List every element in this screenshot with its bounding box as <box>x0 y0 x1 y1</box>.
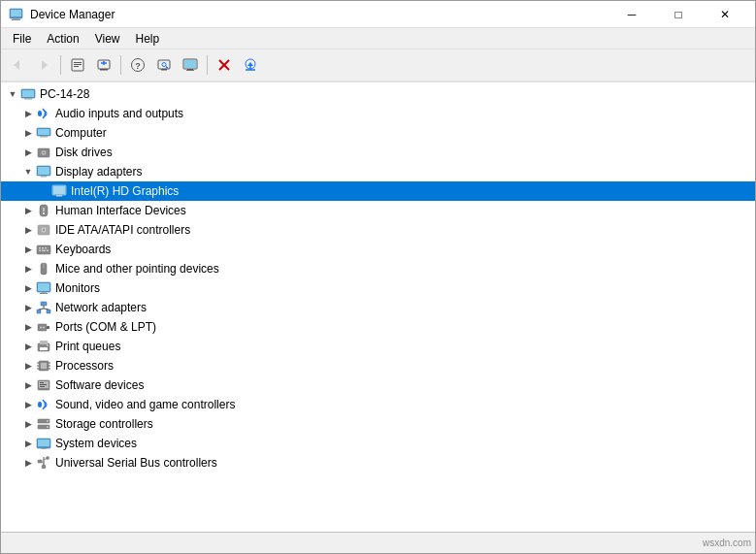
system-expander[interactable]: ▶ <box>20 436 36 451</box>
tree-keyboard[interactable]: ▶ Keyboards <box>1 240 755 259</box>
properties-button[interactable] <box>65 52 90 78</box>
display-expander[interactable]: ▼ <box>20 164 36 179</box>
tree-hid[interactable]: ▶ Human Interface Devices <box>1 201 755 220</box>
mice-expander[interactable]: ▶ <box>20 261 36 277</box>
svg-point-51 <box>43 229 45 231</box>
tree-network[interactable]: ▶ Network adapters <box>1 298 755 317</box>
update-driver-button[interactable] <box>91 52 116 78</box>
menu-help[interactable]: Help <box>128 30 168 48</box>
svg-rect-17 <box>161 69 167 71</box>
watermark: wsxdn.com <box>703 538 751 548</box>
intelhd-icon <box>51 183 67 199</box>
ports-expander[interactable]: ▶ <box>20 319 36 335</box>
svg-rect-7 <box>74 62 82 63</box>
close-button[interactable]: ✕ <box>703 1 747 28</box>
svg-point-39 <box>43 152 45 154</box>
scan-button[interactable] <box>151 52 177 78</box>
tree-mice[interactable]: ▶ Mice and other pointing devices <box>1 259 755 278</box>
menu-file[interactable]: File <box>5 30 39 48</box>
svg-rect-54 <box>42 247 44 249</box>
mice-icon <box>36 261 51 277</box>
svg-rect-64 <box>41 302 47 306</box>
hid-icon <box>36 203 51 218</box>
root-expander[interactable]: ▼ <box>5 86 20 102</box>
svg-rect-42 <box>41 176 47 178</box>
ide-expander[interactable]: ▶ <box>20 222 36 238</box>
menu-action[interactable]: Action <box>39 30 86 48</box>
tree-audio[interactable]: ▶ Audio inputs and outputs <box>1 104 755 123</box>
menu-view[interactable]: View <box>87 30 128 48</box>
sound-expander[interactable]: ▶ <box>20 397 36 412</box>
tree-software[interactable]: ▶ Software devices <box>1 375 755 395</box>
svg-rect-79 <box>41 363 47 369</box>
svg-rect-21 <box>184 60 196 68</box>
audio-icon <box>36 106 51 121</box>
forward-button[interactable] <box>31 52 56 78</box>
tree-root[interactable]: ▼ PC-14-28 <box>1 84 755 104</box>
tree-ports[interactable]: ▶ Ports (COM & LPT) <box>1 317 755 337</box>
tree-display[interactable]: ▼ Display adapters <box>1 162 755 181</box>
svg-rect-58 <box>47 250 49 252</box>
tree-storage[interactable]: ▶ Storage controllers <box>1 414 755 434</box>
print-label: Print queues <box>55 340 120 353</box>
svg-rect-76 <box>40 347 48 350</box>
computer-expander[interactable]: ▶ <box>20 125 36 141</box>
network-expander[interactable]: ▶ <box>20 300 36 315</box>
back-button[interactable] <box>5 52 30 78</box>
tree-print[interactable]: ▶ Print queues <box>1 337 755 356</box>
monitor-button[interactable] <box>178 52 203 78</box>
svg-point-95 <box>47 426 49 428</box>
root-icon <box>20 86 36 102</box>
disk-expander[interactable]: ▶ <box>20 145 36 160</box>
svg-point-48 <box>43 212 45 214</box>
software-expander[interactable]: ▶ <box>20 377 36 393</box>
svg-rect-75 <box>40 341 48 344</box>
usb-expander[interactable]: ▶ <box>20 455 36 471</box>
svg-rect-33 <box>38 111 42 116</box>
svg-point-18 <box>162 63 166 67</box>
svg-rect-44 <box>53 186 65 194</box>
device-manager-window: Device Manager ─ □ ✕ File Action View He… <box>0 0 756 554</box>
tree-usb[interactable]: ▶ Universal Serial Bus controllers <box>1 453 755 473</box>
svg-rect-9 <box>74 66 79 67</box>
tree-ide[interactable]: ▶ IDE ATA/ATAPI controllers <box>1 220 755 240</box>
tree-computer[interactable]: ▶ Computer <box>1 123 755 143</box>
main-content: ▼ PC-14-28 ▶ <box>1 82 755 532</box>
processors-expander[interactable]: ▶ <box>20 358 36 374</box>
storage-label: Storage controllers <box>55 417 153 431</box>
svg-rect-90 <box>40 386 45 387</box>
audio-expander[interactable]: ▶ <box>20 106 36 121</box>
svg-rect-61 <box>38 283 49 291</box>
svg-rect-55 <box>45 247 47 249</box>
tree-monitors[interactable]: ▶ Monitors <box>1 278 755 298</box>
svg-rect-23 <box>186 70 194 71</box>
svg-rect-45 <box>56 195 62 197</box>
svg-point-94 <box>47 420 49 422</box>
minimize-button[interactable]: ─ <box>609 1 654 28</box>
tree-intelhd[interactable]: ▶ Intel(R) HD Graphics <box>1 181 755 201</box>
storage-icon <box>36 416 51 432</box>
svg-rect-8 <box>74 64 82 65</box>
monitors-expander[interactable]: ▶ <box>20 280 36 296</box>
storage-expander[interactable]: ▶ <box>20 416 36 432</box>
download-button[interactable] <box>238 52 263 78</box>
maximize-button[interactable]: □ <box>656 1 701 28</box>
svg-line-69 <box>44 309 49 310</box>
device-tree[interactable]: ▼ PC-14-28 ▶ <box>1 82 755 532</box>
hid-expander[interactable]: ▶ <box>20 203 36 218</box>
tree-processors[interactable]: ▶ Processors <box>1 356 755 375</box>
computer-icon <box>36 125 51 141</box>
help-button[interactable]: ? <box>125 52 150 78</box>
uninstall-button[interactable] <box>212 52 237 78</box>
status-bar: wsxdn.com <box>1 532 755 553</box>
tree-disk[interactable]: ▶ Disk drives <box>1 143 755 162</box>
svg-rect-89 <box>40 384 47 385</box>
system-label: System devices <box>55 437 137 450</box>
network-icon <box>36 300 51 315</box>
tree-sound[interactable]: ▶ Sound, video and game controllers <box>1 395 755 414</box>
menu-bar: File Action View Help <box>1 28 755 49</box>
tree-system[interactable]: ▶ System devices <box>1 434 755 453</box>
monitors-icon <box>36 280 51 296</box>
print-expander[interactable]: ▶ <box>20 339 36 354</box>
keyboard-expander[interactable]: ▶ <box>20 242 36 257</box>
